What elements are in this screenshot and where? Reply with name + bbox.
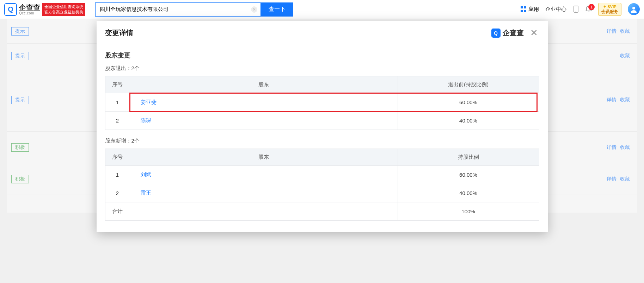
close-icon[interactable]: ✕ <box>529 27 539 38</box>
cell-pct: 60.00% <box>398 93 539 112</box>
cell-shareholder: 姜亚斐 <box>130 93 398 112</box>
search-wrap: ✕ 查一下 <box>95 2 293 17</box>
shareholder-link[interactable]: 陈琛 <box>141 117 151 123</box>
logo-text: 企查查 <box>19 4 40 11</box>
grid-icon <box>520 6 527 12</box>
col-index: 序号 <box>105 149 130 166</box>
cell-index: 2 <box>105 184 130 202</box>
section-title: 股东变更 <box>105 51 539 59</box>
top-bar: Q 企查查 Qcc.com 全国企业信用查询系统 官方备案企业征信机构 ✕ 查一… <box>0 0 644 19</box>
col-before-ratio: 退出前(持股比例) <box>398 76 539 93</box>
svg-rect-0 <box>521 6 523 8</box>
add-table: 序号 股东 持股比例 1刘斌60.00%2雷王40.00%合计100% <box>105 149 539 221</box>
cell-shareholder: 雷王 <box>130 184 398 202</box>
shareholder-link[interactable]: 雷王 <box>141 190 151 196</box>
modal-title: 变更详情 <box>105 28 133 38</box>
logo-mark-icon: Q <box>491 29 501 38</box>
exit-table: 序号 股东 退出前(持股比例) 1姜亚斐60.00%2陈琛40.00% <box>105 76 539 130</box>
svg-point-5 <box>576 11 576 12</box>
table-row: 2陈琛40.00% <box>105 112 539 130</box>
search-button[interactable]: 查一下 <box>261 2 293 17</box>
cell-total-pct: 100% <box>398 202 539 221</box>
cell-index: 2 <box>105 112 130 130</box>
col-shareholder: 股东 <box>130 149 398 166</box>
clear-icon[interactable]: ✕ <box>251 6 257 13</box>
cell-pct: 40.00% <box>398 112 539 130</box>
topbar-right: 应用 企业中心 1 ✦ SVIP 会员服务 <box>520 3 640 16</box>
cell-index: 1 <box>105 93 130 112</box>
table-row: 1刘斌60.00% <box>105 166 539 184</box>
notifications[interactable]: 1 <box>585 6 592 12</box>
cell-shareholder: 刘斌 <box>130 166 398 184</box>
logo[interactable]: Q 企查查 Qcc.com 全国企业信用查询系统 官方备案企业征信机构 <box>4 3 85 16</box>
cell-shareholder: 陈琛 <box>130 112 398 130</box>
notification-count: 1 <box>588 4 595 10</box>
table-row-total: 合计100% <box>105 202 539 221</box>
svg-rect-2 <box>521 10 523 12</box>
modal-brand: Q 企查查 <box>491 28 524 38</box>
search-input[interactable] <box>95 2 261 17</box>
shareholder-link[interactable]: 姜亚斐 <box>141 99 157 105</box>
avatar[interactable] <box>628 3 640 15</box>
cell-pct: 60.00% <box>398 166 539 184</box>
logo-sub: Qcc.com <box>19 11 40 15</box>
change-detail-modal: 变更详情 Q 企查查 ✕ 股东变更 股东退出：2个 序号 股东 退出前(持股比例… <box>97 21 548 232</box>
cell-pct: 40.00% <box>398 184 539 202</box>
apps-menu[interactable]: 应用 <box>520 6 539 13</box>
svg-rect-1 <box>524 6 526 8</box>
svip-badge[interactable]: ✦ SVIP 会员服务 <box>598 3 621 16</box>
mobile-link[interactable] <box>573 6 579 12</box>
modal-header: 变更详情 Q 企查查 ✕ <box>97 21 548 43</box>
cell-total-label: 合计 <box>105 202 130 221</box>
add-count-label: 股东新增：2个 <box>105 138 539 144</box>
official-badge: 全国企业信用查询系统 官方备案企业征信机构 <box>42 3 85 16</box>
phone-icon <box>573 6 579 12</box>
exit-count-label: 股东退出：2个 <box>105 65 539 72</box>
col-ratio: 持股比例 <box>398 149 539 166</box>
col-shareholder: 股东 <box>130 76 398 93</box>
cell-index: 1 <box>105 166 130 184</box>
svg-point-6 <box>632 7 635 10</box>
table-row: 1姜亚斐60.00% <box>105 93 539 112</box>
col-index: 序号 <box>105 76 130 93</box>
shareholder-link[interactable]: 刘斌 <box>141 171 151 177</box>
table-row: 2雷王40.00% <box>105 184 539 202</box>
logo-mark-icon: Q <box>4 3 17 16</box>
modal-body[interactable]: 股东变更 股东退出：2个 序号 股东 退出前(持股比例) 1姜亚斐60.00%2… <box>97 43 548 232</box>
svg-rect-3 <box>524 10 526 12</box>
enterprise-center-link[interactable]: 企业中心 <box>545 6 566 13</box>
